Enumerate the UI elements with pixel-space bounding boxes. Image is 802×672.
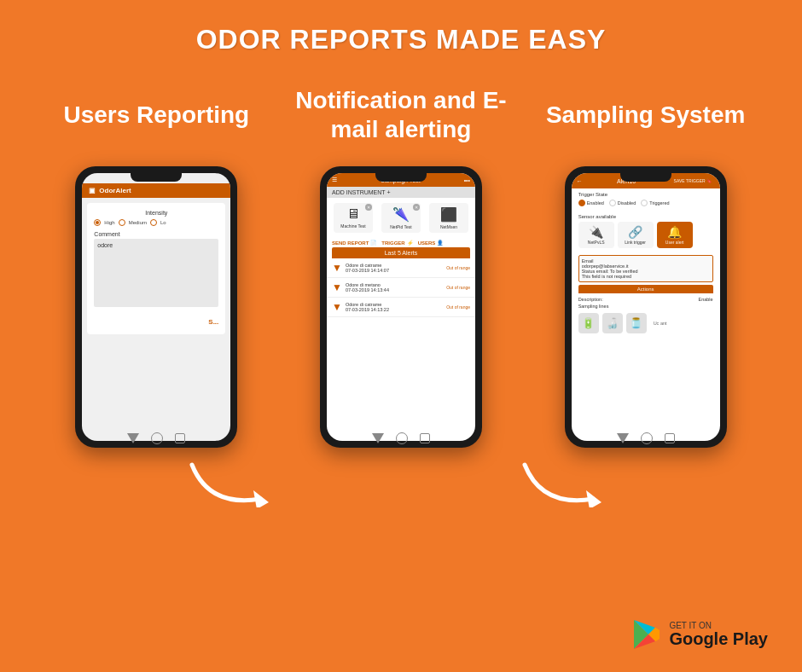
email-input-area[interactable]: Email odorpep@labservice.it Status email…	[578, 255, 713, 282]
alert-item-3[interactable]: ▼ Odore di catrame 07-03-2019 14:13:22 O…	[327, 298, 475, 317]
alert-item-2[interactable]: ▼ Odore di metano 07-03-2019 14:13:44 Ou…	[327, 278, 475, 298]
sample-btn-3[interactable]: 🫙	[626, 313, 647, 333]
radio-high-label: High	[104, 220, 114, 225]
save-trigger-btn[interactable]: SAVE TRIGGER 🔖	[671, 177, 715, 185]
nav3-home[interactable]	[641, 432, 653, 444]
alert-icon-3: ▼	[332, 301, 342, 313]
nav2-home[interactable]	[396, 432, 408, 444]
sensor-user-alert[interactable]: 🔔 User alert	[657, 222, 693, 248]
radio-high[interactable]	[94, 219, 101, 226]
phone-3: ← Alert10 SAVE TRIGGER 🔖 Trigger State	[565, 166, 727, 448]
gplay-text: GET IT ON Google Play	[669, 622, 768, 647]
machine-icon: 🖥	[337, 206, 369, 222]
report-icon: 📄	[370, 240, 376, 246]
phone-2: ☰ Campaign Test ••• ADD INSTRUMENT + ✕ 🖥…	[320, 166, 482, 448]
phone-1: ▣ OdorAlert Intensity High Medium Lo	[75, 166, 237, 448]
instrument-netpid[interactable]: ✕ 🌂 NetPid Test	[381, 203, 421, 233]
google-play-icon	[630, 617, 664, 652]
nav-home[interactable]	[151, 432, 163, 444]
alert-date-1: 07-03-2019 14:14:07	[346, 268, 443, 273]
sensor-link[interactable]: 🔗 Link trigger	[618, 222, 654, 248]
feature-columns: Users Reporting ▣ OdorAlert Intensity Hi…	[0, 55, 802, 448]
alert-item-1[interactable]: ▼ Odore di catrame 07-03-2019 14:14:07 O…	[327, 258, 475, 278]
comment-input[interactable]: odore	[94, 239, 218, 307]
submit-btn[interactable]: S...	[94, 312, 218, 327]
column-title-notification: Notification and E-mail alerting	[286, 81, 516, 149]
user-alert-label: User alert	[660, 240, 689, 245]
toggle-disabled-dot	[609, 200, 616, 206]
description-row: Description: Enable	[572, 295, 720, 304]
netmsen-icon: ⬛	[433, 206, 465, 223]
arrow-1	[183, 456, 286, 507]
toggle-disabled[interactable]: Disabled	[609, 200, 636, 206]
alert-date-3: 07-03-2019 14:13:22	[346, 307, 443, 312]
radio-lo[interactable]	[150, 219, 157, 226]
toggle-enabled-label: Enabled	[587, 200, 604, 206]
instrument-netmsen[interactable]: ⬛ NetMsen	[429, 203, 468, 233]
nav-back[interactable]	[127, 433, 139, 443]
screen3: ← Alert10 SAVE TRIGGER 🔖 Trigger State	[572, 173, 720, 441]
netpvls-label: NetPvLS	[582, 240, 611, 245]
google-play-badge[interactable]: GET IT ON Google Play	[630, 617, 768, 652]
add-instrument-label: ADD INSTRUMENT +	[332, 189, 391, 195]
phone-2-bottom-nav	[372, 432, 430, 444]
back-icon[interactable]: ←	[577, 178, 583, 184]
remove-machine[interactable]: ✕	[365, 204, 372, 211]
menu-icon[interactable]: ☰	[332, 177, 337, 183]
nav3-back[interactable]	[617, 433, 629, 443]
gplay-name: Google Play	[669, 630, 768, 647]
screen2: ☰ Campaign Test ••• ADD INSTRUMENT + ✕ 🖥…	[327, 173, 475, 441]
alerts-header: Last 5 Alerts	[332, 247, 470, 258]
send-report-label: SEND REPORT	[332, 240, 369, 246]
svg-marker-1	[586, 490, 602, 507]
trigger-btn[interactable]: TRIGGER ⚡	[381, 240, 412, 246]
phone-2-notch	[375, 173, 427, 182]
column-notification: Notification and E-mail alerting ☰ Campa…	[286, 81, 516, 448]
sampling-row: 🔋 🍶 🫙 Uc ant	[572, 310, 720, 336]
bookmark-icon: 🔖	[706, 178, 712, 183]
sampling-lines-label: Sampling lines	[572, 304, 720, 310]
alert-icon-2: ▼	[332, 281, 342, 293]
users-btn[interactable]: USERS 👤	[418, 240, 444, 246]
sensor-label: Sensor available	[578, 214, 713, 219]
phone-3-notch	[620, 173, 671, 182]
save-trigger-label: SAVE TRIGGER	[674, 178, 706, 183]
users-label: USERS	[418, 240, 436, 246]
nav2-recent[interactable]	[420, 433, 430, 443]
toggle-disabled-label: Disabled	[618, 200, 636, 206]
radio-medium[interactable]	[119, 219, 125, 226]
toggle-enabled[interactable]: Enabled	[578, 200, 604, 206]
uc-ant-label: Uc ant	[654, 321, 667, 326]
radio-row: High Medium Lo	[94, 219, 218, 226]
netpvls-icon: 🔌	[582, 225, 611, 239]
phone-notch	[131, 173, 182, 182]
alert-status-2: Out of range	[446, 285, 470, 290]
more-icon[interactable]: •••	[464, 177, 470, 183]
radio-lo-label: Lo	[160, 220, 166, 225]
svg-marker-6	[655, 628, 660, 641]
nav3-recent[interactable]	[665, 433, 675, 443]
enable-label: Enable	[699, 297, 713, 302]
remove-netpid[interactable]: ✕	[413, 204, 420, 211]
sample-btn-1[interactable]: 🔋	[578, 313, 599, 333]
user-alert-icon: 🔔	[660, 225, 689, 239]
instrument-machine[interactable]: ✕ 🖥 Machine Test	[334, 203, 373, 233]
phone-3-screen: ← Alert10 SAVE TRIGGER 🔖 Trigger State	[572, 173, 720, 441]
screen1-body: Intensity High Medium Lo Comment odore	[87, 203, 225, 334]
users-icon: 👤	[437, 240, 443, 246]
trigger-label: TRIGGER	[381, 240, 404, 246]
send-report-btn[interactable]: SEND REPORT 📄	[332, 240, 376, 246]
sensor-netpvls[interactable]: 🔌 NetPvLS	[578, 222, 614, 248]
netpid-label: NetPid Test	[385, 224, 417, 229]
toggle-triggered[interactable]: Triggered	[641, 200, 669, 206]
sample-btn-2[interactable]: 🍶	[602, 313, 623, 333]
alert-icon-1: ▼	[332, 262, 342, 274]
nav-recent[interactable]	[175, 433, 185, 443]
topbar-logo: ▣	[89, 187, 96, 194]
alert-status-3: Out of range	[446, 304, 470, 310]
topbar-title: OdorAlert	[99, 187, 131, 194]
nav2-back[interactable]	[372, 433, 384, 443]
netmsen-label: NetMsen	[433, 224, 465, 229]
alert-text-2: Odore di metano 07-03-2019 14:13:44	[346, 282, 443, 293]
trigger-state-label: Trigger State	[578, 192, 713, 197]
